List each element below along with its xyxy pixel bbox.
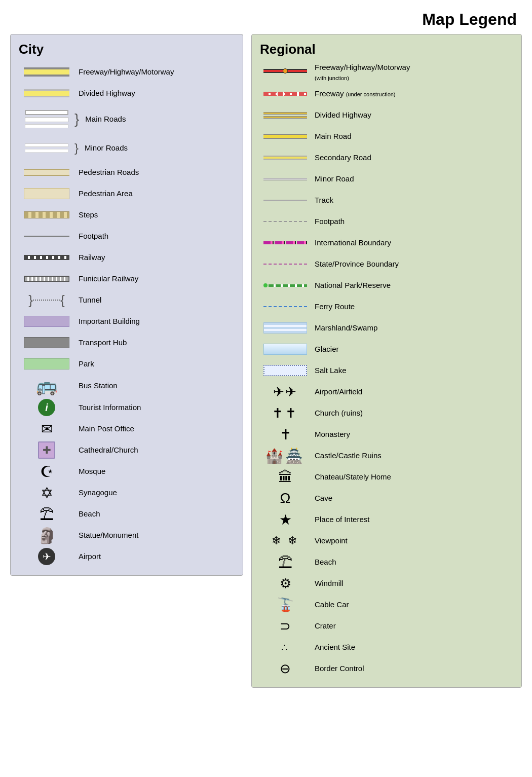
reg-ancient-label: Ancient Site (311, 642, 355, 652)
airport-city-label: Airport (74, 551, 101, 562)
reg-divided-symbol (260, 112, 311, 119)
reg-marshland-label: Marshland/Swamp (311, 323, 377, 333)
steps-label: Steps (74, 210, 98, 220)
list-item: } Minor Roads (19, 135, 235, 161)
reg-footpath-symbol (260, 221, 311, 222)
list-item: Marshland/Swamp (260, 318, 513, 338)
airport-icon: ✈✈ (273, 384, 297, 400)
mosque-symbol: ☪ (19, 463, 74, 480)
list-item: ✈✈ Airport/Airfield (260, 382, 513, 401)
reg-cablecar-label: Cable Car (311, 600, 349, 610)
reg-state-boundary-symbol (260, 264, 311, 265)
church-ruins-icon: ✝✝ (272, 405, 298, 421)
reg-divided-label: Divided Highway (311, 110, 371, 120)
cathedral-symbol: ✚ (19, 441, 74, 459)
airport-city-symbol: ✈ (19, 548, 74, 565)
list-item: Track (260, 191, 513, 210)
list-item: ⚙ Windmill (260, 574, 513, 593)
list-item: Funicular Railway (19, 269, 235, 288)
reg-chateau-symbol: 🏛 (260, 469, 311, 486)
list-item: 🚡 Cable Car (260, 595, 513, 614)
list-item: ✝✝ Church (ruins) (260, 403, 513, 423)
list-item: Important Building (19, 312, 235, 331)
synagogue-symbol: ✡ (19, 484, 74, 502)
list-item: Footpath (260, 212, 513, 231)
reg-windmill-label: Windmill (311, 578, 344, 588)
list-item: Freeway/Highway/Motorway (19, 62, 235, 82)
reg-main-road-label: Main Road (311, 131, 352, 141)
reg-beach-icon: ⛱ (278, 554, 292, 571)
list-item: } Main Roads (19, 105, 235, 133)
main-roads-brace: } (74, 112, 79, 126)
main-roads-symbol (19, 110, 74, 128)
list-item: Main Road (260, 127, 513, 146)
list-item: ∴ Ancient Site (260, 638, 513, 657)
reg-ancient-symbol: ∴ (260, 641, 311, 653)
reg-ferry-symbol (260, 306, 311, 307)
city-heading: City (19, 42, 235, 57)
transport-hub-symbol (19, 337, 74, 348)
footpath-label: Footpath (74, 231, 108, 241)
post-office-label: Main Post Office (74, 424, 134, 434)
airport-city-icon: ✈ (38, 548, 55, 565)
list-item: Secondary Road (260, 148, 513, 167)
star-icon: ★ (279, 511, 292, 528)
reg-salt-lake-label: Salt Lake (311, 365, 347, 376)
church-icon: ✚ (38, 441, 55, 459)
reg-crater-symbol: ⊃ (260, 618, 311, 634)
post-office-symbol: ✉ (19, 421, 74, 437)
list-item: Railway (19, 248, 235, 267)
list-item: } } Tunnel (19, 290, 235, 310)
statue-icon: 🗿 (37, 527, 56, 544)
crater-icon: ⊃ (280, 618, 291, 634)
railway-symbol (19, 255, 74, 260)
list-item: 🏛 Chateau/Stately Home (260, 467, 513, 487)
reg-church-label: Church (ruins) (311, 408, 363, 418)
divided-highway-symbol (19, 89, 74, 97)
reg-ferry-label: Ferry Route (311, 302, 355, 312)
list-item: Ferry Route (260, 297, 513, 316)
transport-hub-label: Transport Hub (74, 338, 127, 348)
reg-freeway-label: Freeway/Highway/Motorway (with junction) (311, 62, 410, 82)
park-label: Park (74, 359, 94, 369)
reg-monastery-symbol: ✝ (260, 426, 311, 443)
synagogue-label: Synagogue (74, 488, 117, 498)
info-icon: i (38, 399, 55, 416)
page-title: Map Legend (10, 10, 522, 29)
castle-icon: 🏰🏯 (265, 448, 305, 464)
list-item: 🏰🏯 Castle/Castle Ruins (260, 446, 513, 465)
reg-track-label: Track (311, 195, 333, 205)
reg-intl-boundary-symbol (260, 241, 311, 244)
list-item: National Park/Reserve (260, 276, 513, 295)
pedestrian-roads-symbol (19, 169, 74, 176)
reg-glacier-label: Glacier (311, 344, 339, 354)
reg-glacier-symbol (260, 344, 311, 355)
reg-minor-label: Minor Road (311, 174, 354, 184)
list-item: Park (19, 354, 235, 374)
list-item: Divided Highway (260, 105, 513, 125)
beach-city-symbol: ⛱ (19, 506, 74, 523)
chateau-icon: 🏛 (278, 469, 292, 486)
bus-station-symbol: 🚌 (19, 376, 74, 396)
crescent-icon: ☪ (40, 463, 54, 480)
funicular-label: Funicular Railway (74, 274, 138, 284)
reg-marshland-symbol (260, 322, 311, 334)
reg-main-road-symbol (260, 134, 311, 139)
mail-icon: ✉ (41, 421, 53, 437)
freeway-label: Freeway/Highway/Motorway (74, 67, 174, 77)
reg-cave-label: Cave (311, 493, 332, 503)
list-item: ✉ Main Post Office (19, 419, 235, 438)
list-item: ✚ Cathedral/Church (19, 440, 235, 460)
main-roads-label: Main Roads (81, 114, 126, 124)
list-item: Ω Cave (260, 489, 513, 508)
list-item: ⊖ Border Control (260, 659, 513, 678)
regional-panel: Regional Freeway/Highway/Motorway (with … (251, 34, 522, 688)
reg-crater-label: Crater (311, 621, 336, 631)
reg-church-symbol: ✝✝ (260, 405, 311, 421)
steps-symbol (19, 211, 74, 218)
pedestrian-area-symbol (19, 188, 74, 199)
beach-city-icon: ⛱ (40, 506, 54, 523)
reg-cablecar-symbol: 🚡 (260, 597, 311, 613)
star-of-david-icon: ✡ (41, 484, 53, 502)
reg-beach-symbol: ⛱ (260, 554, 311, 571)
